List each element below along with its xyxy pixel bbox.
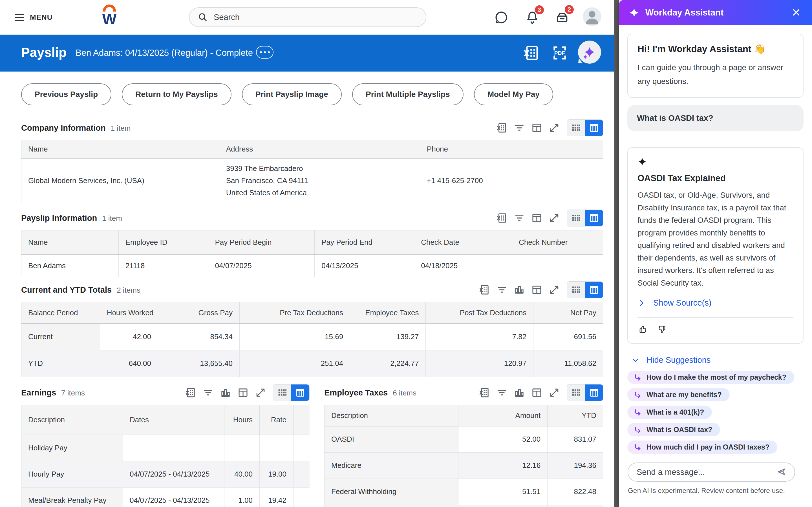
- sparkle-icon: [638, 157, 647, 166]
- assistant-header: Workday Assistant: [619, 0, 812, 25]
- menu-label: MENU: [30, 13, 53, 22]
- table-header-row: Balance PeriodHours WorkedGross PayPre T…: [21, 302, 603, 323]
- return-arrow-icon: [633, 391, 642, 399]
- sparkle-small-icon: [582, 54, 588, 60]
- chart-button[interactable]: [512, 385, 527, 400]
- print-payslip-image-button[interactable]: Print Payslip Image: [242, 83, 342, 105]
- filter-button[interactable]: [512, 211, 527, 225]
- suggestion-pill[interactable]: What are my benefits?: [627, 388, 730, 401]
- assistant-launch-button[interactable]: [578, 41, 601, 64]
- table-view-button[interactable]: [567, 210, 585, 226]
- chart-button[interactable]: [218, 385, 233, 400]
- table-cell: [294, 461, 310, 487]
- grid-view-button[interactable]: [585, 385, 603, 401]
- grid-view-button[interactable]: [585, 210, 603, 226]
- grid-view-button[interactable]: [585, 120, 603, 136]
- column-header: Hours Worked: [100, 302, 158, 323]
- excel-export-button[interactable]: [477, 385, 492, 400]
- columns-button[interactable]: [529, 121, 544, 135]
- excel-export-button[interactable]: [183, 385, 198, 400]
- expand-icon: [548, 212, 560, 224]
- expand-button[interactable]: [547, 121, 562, 135]
- columns-button[interactable]: [236, 385, 250, 400]
- columns-button[interactable]: [529, 211, 544, 225]
- table-cell: 2,224.77: [350, 350, 426, 377]
- columns-button[interactable]: [529, 385, 544, 400]
- show-sources-link[interactable]: Show Source(s): [638, 298, 794, 307]
- chat-button[interactable]: [492, 8, 510, 26]
- greeting-body: I can guide you through a page or answer…: [638, 61, 794, 88]
- section-title: Company Information: [21, 123, 106, 133]
- chart-icon: [220, 387, 232, 399]
- filter-button[interactable]: [495, 385, 509, 400]
- columns-icon: [531, 284, 543, 296]
- section-title: Current and YTD Totals: [21, 285, 112, 295]
- suggestion-pill[interactable]: What is OASDI tax?: [627, 423, 720, 436]
- close-button[interactable]: [790, 6, 802, 19]
- related-actions-button[interactable]: [256, 46, 273, 59]
- table-view-button[interactable]: [273, 385, 291, 401]
- table-row: YTD640.0013,655.40251.042,224.77120.9711…: [21, 350, 603, 377]
- scrollbar[interactable]: [614, 0, 619, 507]
- table-cell: Ben Adams: [21, 255, 119, 277]
- chart-button[interactable]: [512, 283, 527, 297]
- suggestion-pill[interactable]: What is a 401(k)?: [627, 406, 712, 419]
- grid-view-button[interactable]: [291, 385, 309, 401]
- table-cell: 04/18/2025: [414, 255, 512, 277]
- expand-button[interactable]: [547, 283, 562, 297]
- column-header: Description: [324, 405, 458, 426]
- avatar[interactable]: [583, 7, 601, 26]
- message-input[interactable]: [637, 467, 775, 477]
- table-cell: 12.16: [458, 452, 547, 478]
- return-to-my-payslips-button[interactable]: Return to My Payslips: [122, 83, 232, 105]
- expand-button[interactable]: [547, 385, 562, 400]
- menu-button[interactable]: MENU: [15, 0, 53, 35]
- filter-button[interactable]: [512, 121, 527, 135]
- table-view-icon: [570, 284, 581, 295]
- export-excel-button[interactable]: [522, 44, 541, 62]
- excel-export-button[interactable]: [495, 211, 509, 225]
- suggestion-pill[interactable]: How much did I pay in OASDI taxes?: [627, 441, 777, 454]
- table-view-icon: [570, 387, 581, 398]
- columns-button[interactable]: [529, 283, 544, 297]
- table-view-button[interactable]: [567, 385, 585, 401]
- table-cell: 13,655.40: [158, 350, 240, 377]
- suggestion-pill[interactable]: How do I make the most of my paycheck?: [627, 371, 794, 384]
- filter-button[interactable]: [201, 385, 215, 400]
- table-cell: 139.27: [350, 323, 426, 350]
- chevron-down-icon: [631, 356, 640, 364]
- table-view-button[interactable]: [567, 120, 585, 136]
- table-view-icon: [570, 212, 581, 224]
- filter-button[interactable]: [495, 283, 509, 297]
- section-employee-taxes: Employee Taxes 6 items DescriptionAmount…: [324, 385, 603, 507]
- table-cell: Current: [21, 323, 100, 350]
- column-header: [294, 405, 310, 435]
- thumbs-up-button[interactable]: [638, 324, 649, 335]
- assistant-greeting-card: Hi! I'm Workday Assistant 👋 I can guide …: [627, 34, 804, 98]
- workday-logo[interactable]: W: [99, 4, 119, 27]
- table-cell: [260, 435, 294, 461]
- table-cell: 04/13/2025: [315, 255, 414, 277]
- export-pdf-button[interactable]: [551, 44, 569, 62]
- print-multiple-payslips-button[interactable]: Print Multiple Payslips: [352, 83, 463, 105]
- excel-export-button[interactable]: [477, 283, 492, 297]
- table-cell: Hourly Pay: [21, 461, 123, 487]
- excel-export-button[interactable]: [495, 121, 509, 135]
- grid-view-button[interactable]: [585, 282, 603, 298]
- table-view-button[interactable]: [567, 282, 585, 298]
- hide-suggestions-toggle[interactable]: Hide Suggestions: [631, 355, 711, 365]
- table-cell: 822.48: [548, 478, 603, 505]
- section-title: Earnings: [21, 388, 56, 397]
- search-input[interactable]: Search: [189, 7, 426, 27]
- thumbs-down-button[interactable]: [656, 324, 667, 335]
- table-header-row: NameAddressPhone: [21, 140, 603, 158]
- expand-button[interactable]: [253, 385, 268, 400]
- excel-export-icon: [478, 387, 490, 399]
- chevron-right-icon: [638, 299, 646, 307]
- previous-payslip-button[interactable]: Previous Payslip: [21, 83, 111, 105]
- expand-button[interactable]: [547, 211, 562, 225]
- return-arrow-icon: [633, 408, 642, 416]
- model-my-pay-button[interactable]: Model My Pay: [474, 83, 553, 105]
- table-cell: 52.00: [458, 426, 547, 452]
- send-button[interactable]: [775, 466, 788, 478]
